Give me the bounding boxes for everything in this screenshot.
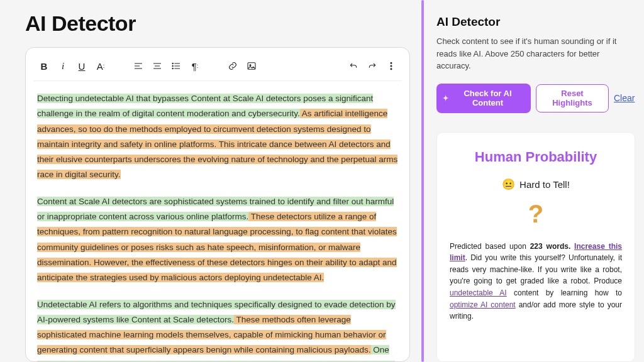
- highlight-orange: However, the effectiveness of these dete…: [37, 258, 397, 282]
- bold-button[interactable]: B: [36, 58, 52, 74]
- redo-icon[interactable]: [364, 58, 380, 74]
- result-card: Human Probability 😐 Hard to Tell! ? Pred…: [436, 132, 635, 362]
- link-icon[interactable]: [225, 58, 241, 74]
- editor-textarea[interactable]: Detecting undetectable AI that bypasses …: [33, 81, 402, 361]
- undo-icon[interactable]: [345, 58, 362, 74]
- page-title: AI Detector: [25, 11, 410, 36]
- align-center-icon[interactable]: [149, 58, 165, 74]
- svg-point-5: [391, 62, 392, 63]
- svg-point-0: [172, 63, 173, 63]
- font-button[interactable]: A:: [92, 58, 109, 74]
- editor-paragraph: Content at Scale AI detectors are sophis…: [37, 194, 398, 286]
- image-icon[interactable]: [243, 58, 260, 74]
- clear-link[interactable]: Clear: [614, 93, 635, 103]
- prediction-text: Predicted based upon 223 words. Increase…: [450, 241, 622, 322]
- verdict-label: Hard to Tell!: [519, 179, 570, 190]
- word-count: 223 words.: [530, 242, 571, 251]
- svg-point-1: [172, 65, 173, 66]
- svg-point-4: [250, 65, 251, 66]
- check-ai-button[interactable]: ✦ Check for AI Content: [436, 84, 531, 113]
- svg-point-6: [391, 65, 392, 67]
- actions-row: ✦ Check for AI Content Reset Highlights …: [436, 84, 635, 113]
- list-icon[interactable]: [168, 58, 184, 74]
- editor-card: B i U A: ¶:: [25, 47, 410, 362]
- check-ai-label: Check for AI Content: [452, 89, 523, 108]
- editor-paragraph: Detecting undetectable AI that bypasses …: [37, 91, 398, 183]
- svg-point-2: [172, 68, 173, 69]
- human-probability-title: Human Probability: [450, 149, 622, 165]
- question-mark-icon: ?: [450, 200, 622, 228]
- neutral-face-icon: 😐: [502, 178, 515, 191]
- more-icon[interactable]: [383, 58, 399, 74]
- reset-highlights-button[interactable]: Reset Highlights: [536, 84, 609, 112]
- editor-paragraph: Undetectable AI refers to algorithms and…: [37, 297, 398, 361]
- sidebar-description: Check content to see if it's human sound…: [436, 35, 635, 72]
- paragraph-icon[interactable]: ¶:: [187, 58, 203, 74]
- align-left-icon[interactable]: [130, 58, 147, 74]
- italic-button[interactable]: i: [55, 58, 71, 74]
- svg-point-7: [391, 69, 392, 70]
- undetectable-ai-link[interactable]: undetectable AI: [450, 288, 507, 297]
- optimize-ai-link[interactable]: optimize AI content: [450, 300, 516, 309]
- sparkle-icon: ✦: [443, 94, 448, 102]
- sidebar-title: AI Detector: [436, 15, 635, 29]
- editor-toolbar: B i U A: ¶:: [33, 54, 402, 81]
- verdict-row: 😐 Hard to Tell!: [450, 178, 622, 191]
- svg-rect-3: [248, 63, 255, 70]
- vertical-divider: [421, 0, 424, 362]
- underline-button[interactable]: U: [74, 58, 90, 74]
